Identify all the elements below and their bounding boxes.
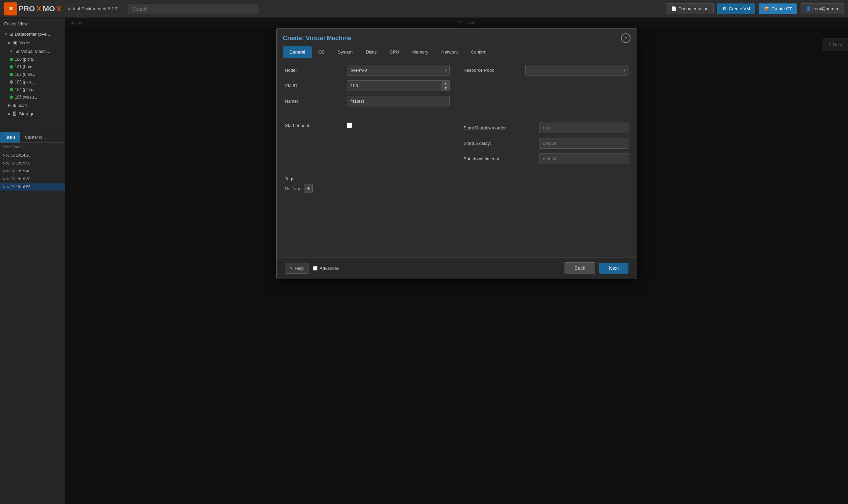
user-menu[interactable]: 👤 root@pam ▾ (801, 3, 844, 14)
vmid-label: VM ID: (285, 83, 347, 88)
name-field-row: Name: (285, 96, 450, 106)
sidebar-item-vm-100[interactable]: 100 (picru... (0, 56, 65, 63)
resource-pool-label: Resource Pool: (464, 68, 525, 73)
resource-pool-select-wrap: ▾ (525, 65, 628, 76)
startup-delay-input[interactable] (539, 138, 628, 149)
documentation-button[interactable]: 📄 Documentation (666, 3, 714, 14)
create-ct-button[interactable]: 📦 Create CT (759, 3, 797, 14)
tab-confirm[interactable]: Confirm (464, 46, 493, 58)
sidebar-item-label: 101 (hom... (15, 65, 36, 69)
modal-footer: ? Help Advanced Back Next (277, 257, 637, 279)
tab-disks[interactable]: Disks (359, 46, 383, 58)
vm-group-icon: 🖥 (15, 49, 19, 54)
back-button[interactable]: Back (565, 262, 595, 274)
tab-system[interactable]: System (331, 46, 359, 58)
sidebar-item-vm-101[interactable]: 101 (hom... (0, 63, 65, 71)
create-ct-label: Create CT (771, 6, 792, 11)
spinner-buttons: ▲ ▼ (442, 80, 450, 91)
task-row[interactable]: Nov 02 19:19:30 (0, 175, 65, 183)
advanced-checkbox[interactable] (313, 266, 317, 271)
chevron-down-icon: ▾ (836, 6, 839, 11)
container-icon: 📦 (764, 6, 769, 11)
start-at-boot-checkbox-wrap (347, 123, 352, 128)
form-right-col: Resource Pool: ▾ (464, 65, 628, 111)
vm-status-dot (10, 80, 13, 84)
task-row[interactable]: Nov 02 19:19:40 (0, 167, 65, 175)
sidebar: Folder View ▼ ⊞ Datacenter (pve... ▶ ▣ N… (0, 18, 65, 504)
tab-tasks[interactable]: Tasks (0, 132, 20, 142)
spinner-down-button[interactable]: ▼ (442, 86, 449, 91)
vm-status-dot (10, 88, 13, 91)
node-field-row: Node: pve-m-0 ▾ (285, 65, 450, 76)
start-at-boot-label: Start at boot: (285, 123, 347, 128)
name-input[interactable] (347, 96, 450, 106)
sidebar-item-storage[interactable]: ▶ 🗄 Storage (0, 110, 65, 118)
task-row[interactable]: Nov 02 19:14:26 (0, 151, 65, 159)
spinner-up-button[interactable]: ▲ (442, 81, 449, 86)
sidebar-item-vm-103[interactable]: 103 (plex... (0, 78, 65, 86)
form-left-col: Node: pve-m-0 ▾ VM ID: (285, 65, 450, 111)
task-row[interactable]: Nov 02 19:16:56 (0, 183, 65, 191)
shutdown-timeout-label: Shutdown timeout: (464, 156, 539, 161)
sidebar-item-vm-104[interactable]: 104 (piho... (0, 86, 65, 93)
content-area: ory us... CPU usag ? Help Create: Virtua… (65, 18, 848, 504)
logo-icon: ✕ (4, 2, 17, 15)
node-select-wrap: pve-m-0 ▾ (347, 65, 450, 76)
tab-cpu[interactable]: CPU (383, 46, 405, 58)
start-shutdown-order-label: Start/Shutdown order: (464, 125, 539, 130)
sidebar-item-label: 100 (picru... (15, 57, 36, 62)
topbar: ✕ PROXMOX Virtual Environment 8.2.7 📄 Do… (0, 0, 848, 18)
user-label: root@pam (813, 6, 834, 11)
tab-network[interactable]: Network (435, 46, 465, 58)
expand-arrow-icon: ▶ (8, 41, 11, 45)
sidebar-item-label: SDN (18, 103, 27, 108)
resource-pool-field-row: Resource Pool: ▾ (464, 65, 628, 76)
start-at-boot-checkbox[interactable] (347, 123, 352, 128)
shutdown-timeout-input[interactable] (539, 153, 628, 164)
documentation-label: Documentation (679, 6, 708, 11)
tab-memory[interactable]: Memory (406, 46, 435, 58)
form-divider (285, 117, 628, 117)
sidebar-item-label: 103 (plex... (15, 80, 35, 84)
task-row[interactable]: Nov 02 19:19:50 (0, 159, 65, 167)
sidebar-item-vm-102[interactable]: 102 (unifi... (0, 71, 65, 78)
tab-cluster-log[interactable]: Cluster lo... (20, 132, 51, 142)
startup-delay-row: Startup delay: (464, 138, 628, 149)
vm-status-dot (10, 65, 13, 69)
modal-body: Node: pve-m-0 ▾ VM ID: (277, 58, 637, 257)
sidebar-item-nodes[interactable]: ▶ ▣ Nodes (0, 38, 65, 47)
modal-tabs: General OS System Disks CPU Memory Netwo… (277, 43, 637, 58)
sidebar-item-vms[interactable]: ▼ 🖥 Virtual Machi... (0, 47, 65, 56)
vm-status-dot (10, 73, 13, 76)
nodes-icon: ▣ (13, 40, 17, 45)
doc-icon: 📄 (671, 6, 677, 11)
sidebar-item-label: Storage (19, 111, 35, 116)
main-layout: Folder View ▼ ⊞ Datacenter (pve... ▶ ▣ N… (0, 18, 848, 504)
add-tag-button[interactable]: + (304, 184, 313, 193)
start-shutdown-order-input[interactable] (539, 123, 628, 133)
next-button[interactable]: Next (599, 263, 628, 274)
question-icon: ? (290, 266, 292, 271)
vmid-input[interactable] (347, 80, 442, 91)
resource-pool-select[interactable] (525, 65, 628, 76)
shutdown-timeout-row: Shutdown timeout: (464, 153, 628, 164)
modal-close-button[interactable]: × (621, 33, 631, 43)
modal-title: Create: Virtual Machine (283, 35, 352, 42)
node-select[interactable]: pve-m-0 (347, 65, 450, 76)
tags-label: Tags (285, 176, 628, 181)
tab-os[interactable]: OS (312, 46, 331, 58)
search-input[interactable] (128, 4, 258, 14)
sidebar-item-vm-105[interactable]: 105 (wazu... (0, 93, 65, 101)
tab-general[interactable]: General (283, 46, 312, 58)
monitor-icon: 🖥 (722, 6, 727, 11)
sidebar-item-datacenter[interactable]: ▼ ⊞ Datacenter (pve... (0, 30, 65, 38)
sidebar-item-label: 104 (piho... (15, 87, 35, 92)
logo-text-x2: X (56, 4, 62, 13)
modal-help-button[interactable]: ? Help (285, 263, 309, 274)
vmid-field-row: VM ID: ▲ ▼ (285, 80, 450, 91)
sidebar-item-sdn[interactable]: ▶ ⊞ SDN (0, 101, 65, 110)
sidebar-item-label: Nodes (19, 40, 32, 45)
create-vm-button[interactable]: 🖥 Create VM (717, 3, 755, 14)
advanced-label: Advanced (320, 266, 339, 271)
start-time-label: Start Time (3, 145, 20, 149)
